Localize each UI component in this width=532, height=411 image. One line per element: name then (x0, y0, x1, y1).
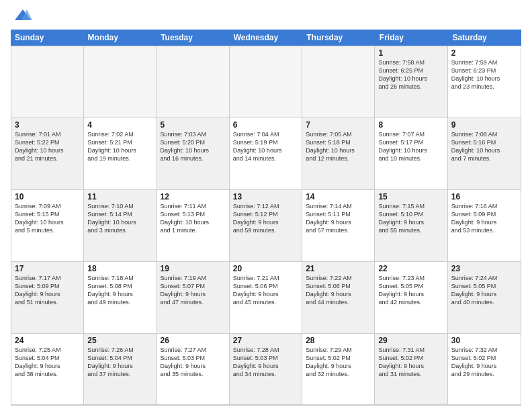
calendar-row: 3Sunrise: 7:01 AM Sunset: 5:22 PM Daylig… (11, 118, 521, 189)
day-number: 3 (15, 120, 80, 130)
day-detail: Sunrise: 7:59 AM Sunset: 6:23 PM Dayligh… (451, 58, 517, 91)
day-number: 6 (233, 120, 298, 130)
day-number: 29 (378, 336, 443, 345)
day-number: 19 (161, 264, 226, 273)
day-detail: Sunrise: 7:26 AM Sunset: 5:04 PM Dayligh… (87, 346, 152, 379)
calendar-cell: 30Sunrise: 7:32 AM Sunset: 5:02 PM Dayli… (448, 334, 521, 404)
day-number: 21 (306, 264, 371, 273)
calendar-cell: 24Sunrise: 7:25 AM Sunset: 5:04 PM Dayli… (11, 334, 84, 404)
page: SundayMondayTuesdayWednesdayThursdayFrid… (0, 0, 532, 411)
day-detail: Sunrise: 7:28 AM Sunset: 5:03 PM Dayligh… (233, 346, 298, 379)
day-number: 16 (451, 192, 517, 201)
day-number: 20 (233, 264, 298, 273)
day-detail: Sunrise: 7:03 AM Sunset: 5:20 PM Dayligh… (161, 130, 226, 163)
day-detail: Sunrise: 7:25 AM Sunset: 5:04 PM Dayligh… (15, 346, 80, 379)
calendar-cell: 19Sunrise: 7:19 AM Sunset: 5:07 PM Dayli… (157, 262, 230, 333)
day-detail: Sunrise: 7:24 AM Sunset: 5:05 PM Dayligh… (451, 274, 517, 307)
day-number: 13 (233, 192, 298, 201)
calendar-row: 24Sunrise: 7:25 AM Sunset: 5:04 PM Dayli… (11, 333, 521, 405)
calendar-cell: 26Sunrise: 7:27 AM Sunset: 5:03 PM Dayli… (157, 334, 230, 404)
day-detail: Sunrise: 7:14 AM Sunset: 5:11 PM Dayligh… (306, 202, 371, 235)
day-number: 27 (233, 336, 298, 345)
calendar-cell: 21Sunrise: 7:22 AM Sunset: 5:06 PM Dayli… (302, 262, 375, 333)
calendar-cell: 14Sunrise: 7:14 AM Sunset: 5:11 PM Dayli… (302, 190, 375, 261)
day-number: 4 (87, 120, 152, 130)
calendar-cell (230, 46, 302, 118)
calendar-cell: 5Sunrise: 7:03 AM Sunset: 5:20 PM Daylig… (157, 118, 230, 189)
day-detail: Sunrise: 7:22 AM Sunset: 5:06 PM Dayligh… (306, 274, 371, 307)
day-detail: Sunrise: 7:18 AM Sunset: 5:08 PM Dayligh… (87, 274, 152, 307)
day-number: 14 (306, 192, 371, 201)
day-detail: Sunrise: 7:05 AM Sunset: 5:18 PM Dayligh… (306, 130, 371, 163)
calendar-cell: 29Sunrise: 7:31 AM Sunset: 5:02 PM Dayli… (375, 334, 447, 404)
calendar-cell: 8Sunrise: 7:07 AM Sunset: 5:17 PM Daylig… (375, 118, 447, 189)
day-number: 5 (161, 120, 226, 130)
day-number: 8 (378, 120, 443, 130)
day-detail: Sunrise: 7:31 AM Sunset: 5:02 PM Dayligh… (378, 346, 443, 379)
weekday-header: Saturday (448, 30, 521, 46)
weekday-header: Monday (84, 30, 157, 46)
day-detail: Sunrise: 7:17 AM Sunset: 5:09 PM Dayligh… (15, 274, 80, 307)
calendar-cell: 17Sunrise: 7:17 AM Sunset: 5:09 PM Dayli… (11, 262, 84, 333)
day-detail: Sunrise: 7:16 AM Sunset: 5:09 PM Dayligh… (451, 202, 517, 235)
day-detail: Sunrise: 7:21 AM Sunset: 5:06 PM Dayligh… (233, 274, 298, 307)
calendar-cell: 3Sunrise: 7:01 AM Sunset: 5:22 PM Daylig… (11, 118, 84, 189)
day-number: 25 (87, 336, 152, 345)
calendar-cell: 22Sunrise: 7:23 AM Sunset: 5:05 PM Dayli… (375, 262, 447, 333)
calendar-cell: 1Sunrise: 7:58 AM Sunset: 6:25 PM Daylig… (375, 46, 447, 118)
day-number: 18 (87, 264, 152, 273)
calendar-cell: 10Sunrise: 7:09 AM Sunset: 5:15 PM Dayli… (11, 190, 84, 261)
day-number: 10 (15, 192, 80, 201)
day-detail: Sunrise: 7:09 AM Sunset: 5:15 PM Dayligh… (15, 202, 80, 235)
day-number: 15 (378, 192, 443, 201)
calendar-cell: 7Sunrise: 7:05 AM Sunset: 5:18 PM Daylig… (302, 118, 375, 189)
day-number: 23 (451, 264, 517, 273)
logo-icon (13, 8, 32, 26)
day-detail: Sunrise: 7:32 AM Sunset: 5:02 PM Dayligh… (451, 346, 517, 379)
calendar-cell: 18Sunrise: 7:18 AM Sunset: 5:08 PM Dayli… (84, 262, 157, 333)
calendar-cell: 28Sunrise: 7:29 AM Sunset: 5:02 PM Dayli… (302, 334, 375, 404)
calendar-body: 1Sunrise: 7:58 AM Sunset: 6:25 PM Daylig… (11, 46, 521, 406)
calendar-cell: 20Sunrise: 7:21 AM Sunset: 5:06 PM Dayli… (230, 262, 302, 333)
calendar-row: 17Sunrise: 7:17 AM Sunset: 5:09 PM Dayli… (11, 261, 521, 333)
calendar-cell: 6Sunrise: 7:04 AM Sunset: 5:19 PM Daylig… (230, 118, 302, 189)
day-detail: Sunrise: 7:07 AM Sunset: 5:17 PM Dayligh… (378, 130, 443, 163)
calendar-cell (157, 46, 230, 118)
calendar-cell: 23Sunrise: 7:24 AM Sunset: 5:05 PM Dayli… (448, 262, 521, 333)
calendar-cell (11, 46, 84, 118)
day-detail: Sunrise: 7:19 AM Sunset: 5:07 PM Dayligh… (161, 274, 226, 307)
calendar-cell (84, 46, 157, 118)
weekday-header: Wednesday (230, 30, 303, 46)
calendar-cell: 11Sunrise: 7:10 AM Sunset: 5:14 PM Dayli… (84, 190, 157, 261)
logo (11, 11, 32, 26)
calendar-cell: 15Sunrise: 7:15 AM Sunset: 5:10 PM Dayli… (375, 190, 447, 261)
day-detail: Sunrise: 7:11 AM Sunset: 5:13 PM Dayligh… (161, 202, 226, 235)
weekday-header: Friday (375, 30, 449, 46)
day-detail: Sunrise: 7:23 AM Sunset: 5:05 PM Dayligh… (378, 274, 443, 307)
day-detail: Sunrise: 7:10 AM Sunset: 5:14 PM Dayligh… (87, 202, 152, 235)
day-detail: Sunrise: 7:12 AM Sunset: 5:12 PM Dayligh… (233, 202, 298, 235)
day-detail: Sunrise: 7:15 AM Sunset: 5:10 PM Dayligh… (378, 202, 443, 235)
day-number: 17 (15, 264, 80, 273)
day-detail: Sunrise: 7:29 AM Sunset: 5:02 PM Dayligh… (306, 346, 371, 379)
weekday-header: Thursday (302, 30, 375, 46)
day-number: 1 (378, 48, 443, 58)
calendar-cell: 13Sunrise: 7:12 AM Sunset: 5:12 PM Dayli… (230, 190, 302, 261)
calendar-cell: 2Sunrise: 7:59 AM Sunset: 6:23 PM Daylig… (448, 46, 521, 118)
day-detail: Sunrise: 7:08 AM Sunset: 5:16 PM Dayligh… (451, 130, 517, 163)
calendar-cell: 4Sunrise: 7:02 AM Sunset: 5:21 PM Daylig… (84, 118, 157, 189)
day-detail: Sunrise: 7:04 AM Sunset: 5:19 PM Dayligh… (233, 130, 298, 163)
calendar: SundayMondayTuesdayWednesdayThursdayFrid… (11, 30, 521, 406)
day-number: 30 (451, 336, 517, 345)
day-number: 24 (15, 336, 80, 345)
calendar-cell: 27Sunrise: 7:28 AM Sunset: 5:03 PM Dayli… (230, 334, 302, 404)
calendar-header: SundayMondayTuesdayWednesdayThursdayFrid… (11, 30, 521, 46)
header (11, 8, 521, 26)
day-number: 12 (161, 192, 226, 201)
calendar-cell: 16Sunrise: 7:16 AM Sunset: 5:09 PM Dayli… (448, 190, 521, 261)
day-number: 11 (87, 192, 152, 201)
day-detail: Sunrise: 7:27 AM Sunset: 5:03 PM Dayligh… (161, 346, 226, 379)
day-number: 26 (161, 336, 226, 345)
day-number: 2 (451, 48, 517, 58)
day-number: 7 (306, 120, 371, 130)
